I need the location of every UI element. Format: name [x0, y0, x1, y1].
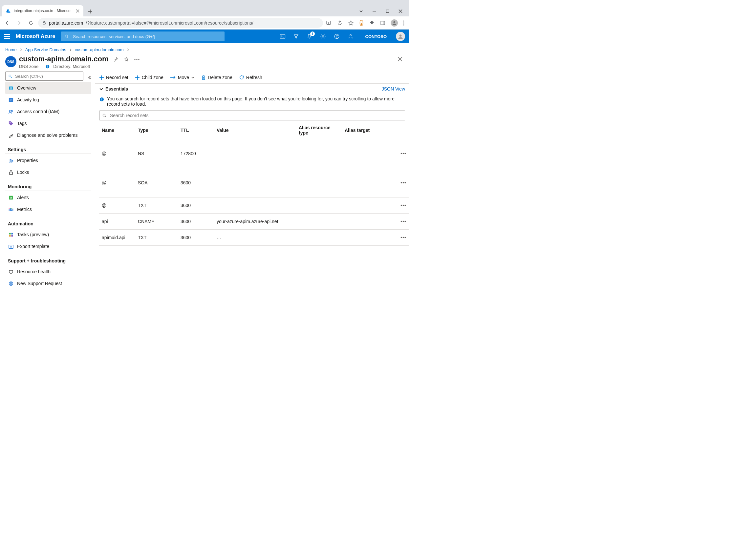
svg-point-27	[11, 110, 13, 111]
tab-close-icon[interactable]	[75, 8, 80, 13]
svg-point-28	[10, 122, 10, 123]
sidebar-item-properties[interactable]: Properties	[5, 155, 91, 166]
lock-icon	[8, 170, 14, 175]
azure-search[interactable]	[61, 31, 224, 41]
sidebar-item-resource-health[interactable]: Resource health	[5, 266, 91, 278]
maximize-icon[interactable]	[385, 9, 390, 14]
col-alias-type[interactable]: Alias resource type	[296, 122, 342, 139]
col-alias-target[interactable]: Alias target	[342, 122, 396, 139]
crumb-level1[interactable]: App Service Domains	[25, 47, 66, 52]
sidebar-item-tags[interactable]: Tags	[5, 117, 91, 129]
pin-icon[interactable]	[113, 57, 118, 62]
pill-icon[interactable]	[359, 20, 364, 26]
caret-down-icon[interactable]	[358, 9, 364, 14]
essentials-label: Essentials	[105, 86, 128, 92]
sidebar-search-input[interactable]	[14, 73, 80, 79]
cmd-move[interactable]: Move	[170, 75, 195, 80]
browser-tab-active[interactable]: integration-ninjas.co.in - Microso	[2, 5, 83, 16]
omnibox[interactable]: portal.azure.com/?feature.customportal=f…	[38, 18, 323, 28]
azure-search-input[interactable]	[72, 34, 221, 39]
extensions-icon[interactable]	[369, 20, 375, 26]
row-menu-icon[interactable]: •••	[401, 219, 407, 224]
directory-label: Directory: Microsoft	[53, 64, 90, 69]
sidebar-item-alerts[interactable]: Alerts	[5, 192, 91, 203]
row-menu-icon[interactable]: •••	[401, 235, 407, 240]
favorite-star-icon[interactable]	[124, 57, 129, 62]
filter-icon[interactable]	[293, 34, 299, 39]
svg-point-22	[138, 59, 139, 60]
share-icon[interactable]	[337, 20, 343, 26]
new-tab-button[interactable]	[85, 7, 95, 16]
cmd-record-set[interactable]: Record set	[99, 75, 128, 80]
cell-ttl: 172800	[178, 139, 214, 168]
kebab-menu-icon[interactable]	[403, 20, 405, 26]
notifications-icon[interactable]: 1	[306, 33, 312, 39]
cmd-child-zone[interactable]: Child zone	[135, 75, 163, 80]
cloud-shell-icon[interactable]	[280, 34, 285, 39]
sidebar-item-diagnose-and-solve-problems[interactable]: Diagnose and solve problems	[5, 129, 91, 141]
collapse-sidebar-icon[interactable]	[87, 76, 91, 80]
svg-point-32	[11, 208, 12, 209]
sidebar-item-export-template[interactable]: Export template	[5, 240, 91, 252]
svg-point-23	[9, 75, 11, 77]
table-row[interactable]: apiCNAME3600your-azure-apim.azure-api.ne…	[99, 214, 409, 230]
col-ttl[interactable]: TTL	[178, 122, 214, 139]
sidebar-item-activity-log[interactable]: Activity log	[5, 94, 91, 106]
sidebar-search[interactable]	[5, 72, 83, 81]
hamburger-icon[interactable]	[4, 34, 10, 39]
crumb-level2[interactable]: custom-apim.domain.com	[75, 47, 124, 52]
essentials-section[interactable]: Essentials JSON View	[95, 84, 409, 94]
json-view-link[interactable]: JSON View	[382, 86, 405, 92]
sidebar-item-label: Access control (IAM)	[17, 109, 59, 114]
help-icon[interactable]	[334, 33, 340, 39]
azure-favicon-icon	[5, 8, 11, 14]
row-menu-icon[interactable]: •••	[401, 203, 407, 208]
col-type[interactable]: Type	[135, 122, 178, 139]
reload-button[interactable]	[26, 18, 35, 28]
col-value[interactable]: Value	[214, 122, 296, 139]
sidebar-toggle-icon[interactable]	[380, 20, 386, 26]
azure-brand[interactable]: Microsoft Azure	[16, 33, 55, 39]
cell-value	[214, 168, 296, 197]
minimize-icon[interactable]	[372, 9, 377, 14]
crumb-home[interactable]: Home	[5, 47, 17, 52]
table-row[interactable]: apimuid.apiTXT3600…•••	[99, 230, 409, 246]
table-row[interactable]: @NS172800•••	[99, 139, 409, 168]
cell-value	[214, 139, 296, 168]
people-icon	[8, 109, 14, 114]
table-row[interactable]: @SOA3600•••	[99, 168, 409, 197]
cell-value: …	[214, 230, 296, 246]
row-menu-icon[interactable]: •••	[401, 180, 407, 185]
sidebar-item-metrics[interactable]: Metrics	[5, 203, 91, 215]
sidebar-item-new-support-request[interactable]: New Support Request	[5, 278, 91, 289]
blade-close-icon[interactable]	[398, 57, 403, 62]
svg-point-7	[403, 20, 404, 21]
sidebar-item-locks[interactable]: Locks	[5, 166, 91, 178]
install-app-icon[interactable]	[325, 20, 331, 26]
feedback-icon[interactable]	[347, 33, 353, 39]
user-avatar-icon[interactable]	[396, 32, 405, 41]
cmd-delete-zone[interactable]: Delete zone	[201, 75, 232, 80]
cmd-refresh[interactable]: Refresh	[239, 75, 262, 80]
back-button[interactable]	[3, 18, 12, 28]
record-search-input[interactable]	[109, 113, 402, 118]
chevron-right-icon	[69, 48, 72, 52]
divider	[42, 64, 42, 69]
page-title: custom-apim.domain.com	[19, 55, 109, 63]
bookmark-star-icon[interactable]	[348, 20, 354, 26]
window-close-icon[interactable]	[398, 9, 403, 14]
settings-gear-icon[interactable]	[320, 33, 326, 39]
sidebar-item-access-control-iam-[interactable]: Access control (IAM)	[5, 106, 91, 117]
table-row[interactable]: @TXT3600•••	[99, 197, 409, 214]
tenant-name[interactable]: CONTOSO	[365, 34, 387, 39]
row-menu-icon[interactable]: •••	[401, 151, 407, 156]
forward-button[interactable]	[14, 18, 24, 28]
profile-avatar-icon[interactable]	[391, 19, 398, 27]
sidebar-item-tasks-preview-[interactable]: Tasks (preview)	[5, 229, 91, 240]
cell-type: TXT	[135, 230, 178, 246]
col-name[interactable]: Name	[99, 122, 135, 139]
more-ellipsis-icon[interactable]	[134, 59, 139, 60]
record-search[interactable]	[99, 111, 405, 120]
cell-alias-type	[296, 168, 342, 197]
sidebar-item-overview[interactable]: Overview	[5, 82, 91, 94]
